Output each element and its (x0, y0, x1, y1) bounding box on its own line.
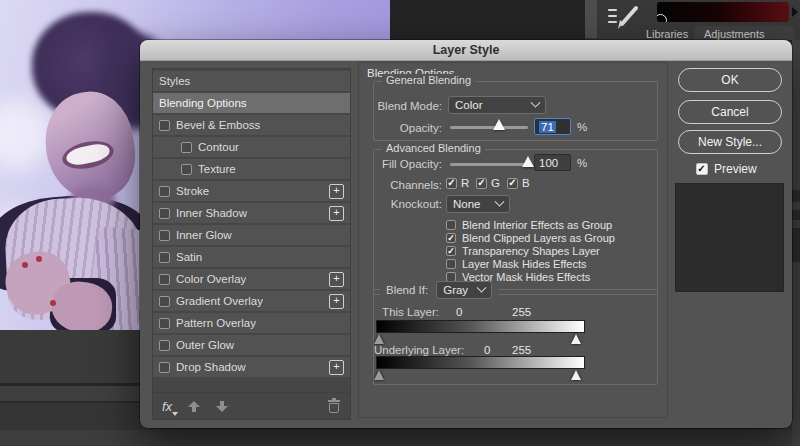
preview-toggle[interactable]: Preview (696, 162, 757, 176)
new-style-label: New Style... (698, 135, 762, 149)
checkbox[interactable] (696, 163, 708, 175)
fill-opacity-slider-thumb[interactable] (522, 156, 534, 167)
move-down-button[interactable] (216, 401, 228, 412)
cancel-button[interactable]: Cancel (678, 100, 782, 124)
checkbox[interactable] (159, 274, 170, 285)
checkbox[interactable] (446, 259, 456, 269)
checkbox[interactable] (159, 230, 170, 241)
checkbox[interactable] (446, 246, 456, 256)
styles-item-stroke[interactable]: Stroke + (153, 181, 350, 201)
styles-list-panel: Styles Blending Options Bevel & Emboss C… (152, 68, 351, 420)
styles-item-bevel-emboss[interactable]: Bevel & Emboss (153, 115, 350, 135)
checkbox[interactable] (446, 220, 456, 230)
panel-expand-icon[interactable] (792, 7, 798, 17)
underlying-shadow-thumb[interactable] (374, 370, 384, 380)
option-blend-clipped[interactable]: Blend Clipped Layers as Group (446, 232, 615, 244)
blend-if-header: Blend If: Gray (380, 281, 498, 299)
cancel-label: Cancel (711, 105, 748, 119)
opacity-slider-track[interactable] (450, 126, 528, 129)
styles-item-label: Satin (176, 251, 202, 263)
add-instance-icon[interactable]: + (329, 360, 344, 375)
fill-opacity-input[interactable]: 100 (534, 154, 571, 171)
opacity-slider-thumb[interactable] (493, 119, 505, 130)
fx-menu-button[interactable]: fx (162, 399, 172, 414)
underlying-highlight-thumb[interactable] (571, 370, 581, 380)
fill-opacity-slider-track[interactable] (450, 163, 530, 166)
new-style-button[interactable]: New Style... (678, 130, 782, 154)
styles-list-header: Styles (153, 71, 350, 91)
styles-item-contour[interactable]: Contour (153, 137, 350, 157)
checkbox[interactable] (159, 252, 170, 263)
opacity-input[interactable]: 71 (534, 118, 571, 135)
checkbox[interactable] (159, 208, 170, 219)
right-panel-edge (792, 40, 800, 446)
add-instance-icon[interactable]: + (329, 272, 344, 287)
checkbox[interactable] (159, 362, 170, 373)
checkbox[interactable] (159, 340, 170, 351)
option-blend-interior[interactable]: Blend Interior Effects as Group (446, 219, 612, 231)
channel-r[interactable]: R (446, 177, 469, 189)
add-instance-icon[interactable]: + (329, 294, 344, 309)
gradient-swatch[interactable] (657, 2, 789, 22)
channel-label: R (461, 177, 469, 189)
styles-item-outer-glow[interactable]: Outer Glow (153, 335, 350, 355)
checkbox[interactable] (446, 178, 457, 189)
option-layer-mask-hides[interactable]: Layer Mask Hides Effects (446, 258, 587, 270)
checkbox[interactable] (446, 233, 456, 243)
tab-adjustments[interactable]: Adjustments (704, 28, 765, 40)
this-layer-min: 0 (456, 306, 462, 318)
styles-item-pattern-overlay[interactable]: Pattern Overlay (153, 313, 350, 333)
checkbox[interactable] (181, 142, 192, 153)
gradient-stop-marker[interactable] (657, 14, 667, 22)
this-layer-gradient-bar[interactable] (376, 320, 585, 333)
ok-button[interactable]: OK (678, 68, 782, 92)
add-instance-icon[interactable]: + (329, 184, 344, 199)
ok-label: OK (721, 73, 738, 87)
blend-mode-label: Blend Mode: (374, 100, 442, 112)
checkbox[interactable] (159, 120, 170, 131)
knockout-dropdown[interactable]: None (446, 195, 510, 213)
checkbox[interactable] (159, 296, 170, 307)
styles-item-satin[interactable]: Satin (153, 247, 350, 267)
photoshop-workspace: Libraries Adjustments Layer Style Styles… (0, 0, 800, 446)
styles-item-texture[interactable]: Texture (153, 159, 350, 179)
styles-item-gradient-overlay[interactable]: Gradient Overlay + (153, 291, 350, 311)
checkbox[interactable] (159, 186, 170, 197)
underlying-layer-gradient-bar[interactable] (376, 356, 585, 369)
panel-texture (792, 210, 800, 220)
styles-item-blending-options[interactable]: Blending Options (153, 93, 350, 113)
canvas-pasteboard (390, 0, 585, 40)
styles-item-drop-shadow[interactable]: Drop Shadow + (153, 357, 350, 377)
this-layer-highlight-thumb[interactable] (571, 334, 581, 344)
styles-item-label: Inner Shadow (176, 207, 247, 219)
checkbox[interactable] (476, 178, 487, 189)
knockout-value: None (453, 198, 481, 210)
checkbox[interactable] (507, 178, 518, 189)
panel-texture (792, 228, 800, 262)
checkbox[interactable] (159, 318, 170, 329)
this-layer-shadow-thumb[interactable] (374, 334, 384, 344)
channel-g[interactable]: G (476, 177, 500, 189)
blend-if-channel-dropdown[interactable]: Gray (436, 281, 492, 299)
styles-item-inner-shadow[interactable]: Inner Shadow + (153, 203, 350, 223)
panel-tabs: Libraries Adjustments (640, 26, 800, 40)
underlying-layer-label: Underlying Layer: (374, 344, 467, 356)
delete-effect-button[interactable] (328, 400, 340, 413)
add-instance-icon[interactable]: + (329, 206, 344, 221)
channel-b[interactable]: B (507, 177, 530, 189)
photo-nail (50, 300, 56, 306)
styles-item-label: Bevel & Emboss (176, 119, 260, 131)
styles-item-inner-glow[interactable]: Inner Glow (153, 225, 350, 245)
blend-mode-dropdown[interactable]: Color (448, 96, 546, 114)
option-transparency-shapes[interactable]: Transparency Shapes Layer (446, 245, 600, 257)
brush-presets-icon[interactable] (606, 2, 642, 32)
tab-libraries[interactable]: Libraries (646, 28, 688, 40)
dialog-titlebar[interactable]: Layer Style (140, 40, 792, 61)
move-up-button[interactable] (188, 401, 200, 412)
photo-nail (22, 262, 28, 268)
styles-item-color-overlay[interactable]: Color Overlay + (153, 269, 350, 289)
checkbox[interactable] (181, 164, 192, 175)
panel-texture (792, 190, 800, 202)
styles-header-label: Styles (159, 75, 190, 87)
styles-item-label: Stroke (176, 185, 209, 197)
